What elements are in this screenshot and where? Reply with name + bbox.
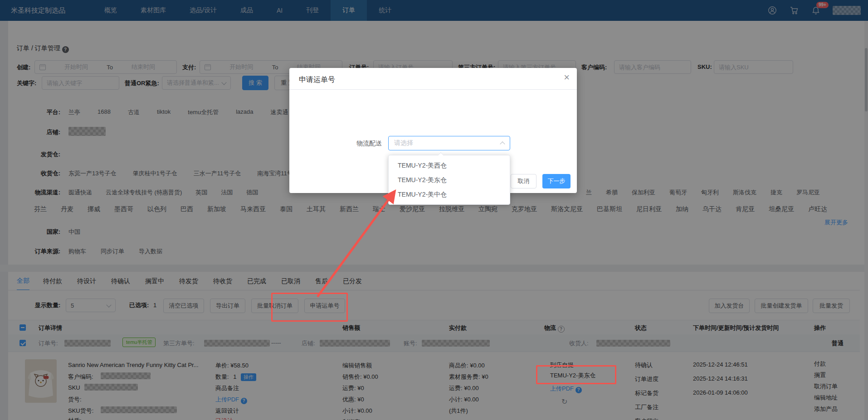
modal-mask (0, 0, 868, 420)
dropdown-option[interactable]: TEMU-Y2-美西仓 (389, 158, 510, 173)
logistics-dropdown: TEMU-Y2-美西仓TEMU-Y2-美东仓TEMU-Y2-美中仓 (388, 155, 510, 205)
logistics-field-label: 物流配送 (336, 140, 382, 148)
dropdown-options: TEMU-Y2-美西仓TEMU-Y2-美东仓TEMU-Y2-美中仓 (389, 158, 510, 202)
chevron-up-icon (500, 141, 505, 146)
logistics-select[interactable]: 请选择 (388, 136, 510, 150)
modal-title: 申请运单号 (299, 75, 335, 85)
dropdown-option[interactable]: TEMU-Y2-美中仓 (389, 187, 510, 202)
modal-title-divider (289, 89, 577, 90)
cancel-button[interactable]: 取消 (511, 174, 536, 188)
next-step-button[interactable]: 下一步 (542, 174, 571, 188)
logistics-select-placeholder: 请选择 (394, 139, 501, 147)
close-icon[interactable]: × (564, 72, 570, 82)
dropdown-option[interactable]: TEMU-Y2-美东仓 (389, 173, 510, 187)
